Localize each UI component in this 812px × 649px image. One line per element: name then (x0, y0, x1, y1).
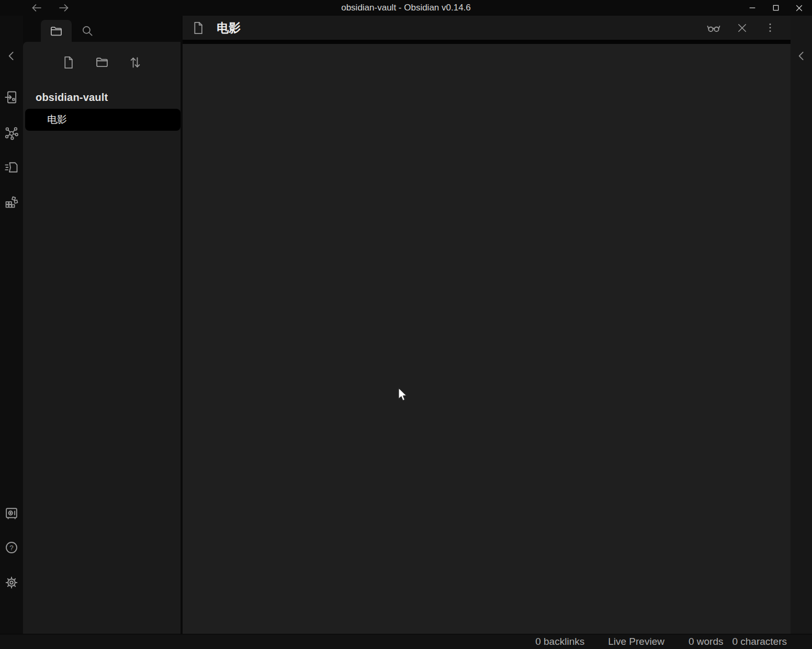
close-pane-icon (736, 22, 748, 34)
file-item-selected[interactable]: 电影 (25, 109, 181, 131)
editor-content[interactable] (183, 48, 791, 634)
arrow-left-icon (30, 2, 43, 14)
sidebar-tab-row (23, 16, 181, 42)
navigate-forward-button[interactable] (57, 2, 71, 14)
word-count: 0 words (689, 636, 724, 647)
glasses-icon (706, 20, 721, 36)
file-item-label: 电影 (47, 113, 67, 127)
navigate-back-button[interactable] (30, 2, 43, 14)
fast-document-button[interactable] (4, 160, 19, 175)
right-sidebar-collapsed (791, 16, 812, 634)
reading-mode-button[interactable] (706, 20, 721, 36)
new-note-icon (61, 55, 75, 70)
editor-mode-indicator[interactable]: Live Preview (608, 636, 664, 647)
titlebar: obsidian-vault - Obsidian v0.14.6 (0, 0, 812, 16)
maximize-icon (772, 4, 780, 12)
arrow-right-icon (58, 2, 70, 14)
expand-right-sidebar-button[interactable] (794, 49, 809, 63)
file-import-icon (4, 90, 19, 105)
sort-arrows-icon (128, 55, 142, 70)
left-ribbon: ? (0, 16, 23, 634)
window-title: obsidian-vault - Obsidian v0.14.6 (0, 0, 812, 16)
minimize-button[interactable] (740, 0, 764, 16)
vault-name: obsidian-vault (36, 91, 108, 104)
graph-icon (4, 126, 19, 140)
main-pane: 电影 (181, 16, 791, 634)
backlinks-count[interactable]: 0 backlinks (535, 636, 584, 647)
new-folder-button[interactable] (95, 55, 109, 70)
left-sidebar: obsidian-vault 电影 (23, 16, 181, 634)
sort-order-button[interactable] (128, 55, 143, 70)
settings-button[interactable] (4, 575, 19, 590)
tab-file-explorer[interactable] (41, 20, 72, 42)
note-document-icon (191, 21, 205, 35)
vault-safe-icon (4, 506, 19, 520)
new-folder-icon (95, 55, 109, 70)
window-controls (740, 0, 811, 16)
collapse-left-sidebar-button[interactable] (4, 49, 19, 63)
close-pane-button[interactable] (734, 20, 750, 36)
blocks-dice-icon (4, 195, 19, 210)
quick-switcher-button[interactable] (4, 90, 19, 105)
help-question-icon: ? (4, 540, 19, 555)
vertical-dots-icon (764, 22, 776, 33)
file-explorer-actions (23, 55, 181, 70)
new-note-button[interactable] (61, 55, 76, 70)
chevron-left-icon (5, 49, 18, 63)
gear-icon (4, 575, 19, 590)
help-button[interactable]: ? (4, 540, 19, 555)
more-options-button[interactable] (762, 20, 778, 36)
folder-icon (49, 24, 63, 38)
file-explorer-panel: obsidian-vault 电影 (23, 42, 181, 634)
note-title: 电影 (217, 20, 241, 36)
chevron-left-expand-icon (795, 49, 808, 63)
close-window-button[interactable] (787, 0, 811, 16)
status-bar: 0 backlinks Live Preview 0 words 0 chara… (0, 634, 812, 649)
close-icon (795, 4, 804, 13)
svg-text:?: ? (9, 544, 13, 552)
random-note-button[interactable] (4, 195, 19, 210)
fast-document-icon (4, 160, 19, 175)
maximize-button[interactable] (764, 0, 787, 16)
open-another-vault-button[interactable] (4, 506, 19, 520)
view-header: 电影 (183, 16, 791, 44)
search-icon (81, 24, 94, 38)
minimize-icon (748, 4, 757, 12)
tab-search[interactable] (75, 20, 99, 42)
view-header-actions (706, 20, 778, 36)
graph-view-button[interactable] (4, 126, 19, 140)
character-count: 0 characters (732, 636, 787, 647)
